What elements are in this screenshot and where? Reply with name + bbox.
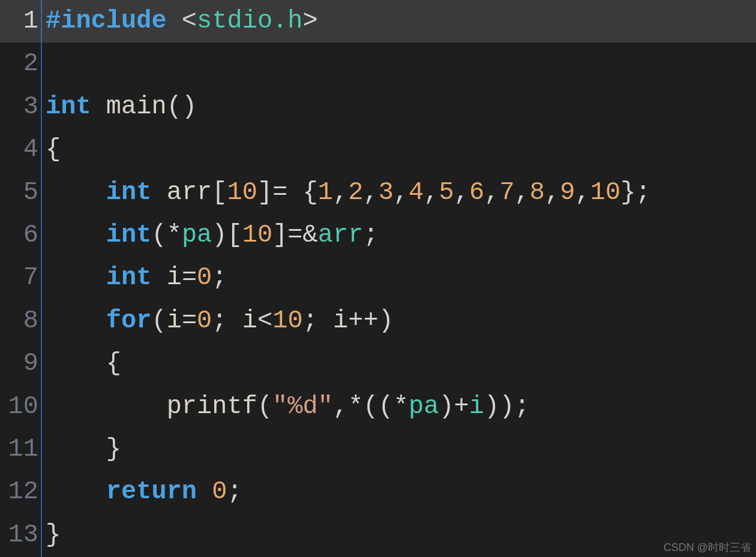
token-num: 8 xyxy=(530,178,545,207)
token-num: 10 xyxy=(272,306,302,335)
token-num: 2 xyxy=(348,178,363,207)
token-punc: { xyxy=(46,349,121,378)
code-line[interactable]: 2 xyxy=(0,43,756,85)
token-punc xyxy=(46,306,106,335)
line-number: 3 xyxy=(0,86,38,128)
token-id: i xyxy=(242,306,257,335)
code-content[interactable]: #include <stdio.h> xyxy=(38,0,318,43)
token-punc: } xyxy=(46,520,61,549)
code-content[interactable]: int(*pa)[10]=&arr; xyxy=(38,214,379,257)
code-content[interactable]: return 0; xyxy=(38,471,242,513)
token-num: 0 xyxy=(197,306,212,335)
token-punc: )+ xyxy=(439,392,469,421)
code-line[interactable]: 11 } xyxy=(0,428,756,471)
code-line[interactable]: 9 { xyxy=(0,342,756,385)
token-punc: (* xyxy=(151,221,181,249)
code-line[interactable]: 7 int i=0; xyxy=(0,257,756,299)
token-id: i xyxy=(333,306,348,335)
token-id: i xyxy=(167,263,182,292)
token-punc: ]= { xyxy=(257,178,318,207)
token-punc: ; xyxy=(227,477,242,506)
code-editor[interactable]: 1#include <stdio.h>23int main()4{5 int a… xyxy=(0,0,756,557)
token-punc xyxy=(46,178,106,207)
line-number: 13 xyxy=(0,514,38,556)
token-punc: < xyxy=(182,7,197,35)
code-lines: 1#include <stdio.h>23int main()4{5 int a… xyxy=(0,0,756,556)
token-punc: < xyxy=(257,306,272,335)
watermark-text: CSDN @时时三省 xyxy=(664,540,751,555)
code-line[interactable]: 6 int(*pa)[10]=&arr; xyxy=(0,214,756,257)
token-punc: , xyxy=(363,178,378,207)
code-content[interactable]: printf("%d",*((*pa)+i)); xyxy=(38,386,530,428)
token-punc xyxy=(46,221,106,249)
line-number: 12 xyxy=(0,471,38,513)
token-punc: > xyxy=(303,7,318,35)
line-number: 7 xyxy=(0,257,38,299)
token-punc: , xyxy=(484,178,499,207)
line-number: 11 xyxy=(0,428,38,471)
token-id: arr xyxy=(167,178,212,207)
token-punc xyxy=(46,263,106,292)
line-number: 9 xyxy=(0,342,38,385)
code-line[interactable]: 13} xyxy=(0,514,756,556)
token-punc: ]=& xyxy=(272,221,318,249)
token-punc: , xyxy=(454,178,469,207)
token-punc: [ xyxy=(212,178,227,207)
token-punc: ( xyxy=(151,306,166,335)
token-kw: return xyxy=(106,477,197,506)
code-line[interactable]: 3int main() xyxy=(0,86,756,128)
token-punc: ; xyxy=(212,263,227,292)
code-line[interactable]: 5 int arr[10]= {1,2,3,4,5,6,7,8,9,10}; xyxy=(0,171,756,214)
token-punc: }; xyxy=(620,178,650,207)
token-id: i xyxy=(167,306,182,335)
token-punc: , xyxy=(424,178,439,207)
token-var: pa xyxy=(409,392,439,421)
token-punc: () xyxy=(167,92,197,121)
token-str: "%d" xyxy=(272,392,333,421)
line-number: 1 xyxy=(0,0,38,43)
code-content[interactable]: int main() xyxy=(38,86,197,128)
token-punc: ,*((* xyxy=(333,392,409,421)
token-num: 0 xyxy=(212,477,227,506)
token-punc: = xyxy=(182,306,197,335)
token-punc xyxy=(151,263,166,292)
token-punc: = xyxy=(182,263,197,292)
gutter-divider xyxy=(41,0,42,557)
token-num: 10 xyxy=(227,178,257,207)
token-num: 1 xyxy=(318,178,333,207)
code-content[interactable]: int i=0; xyxy=(38,257,227,299)
token-punc: , xyxy=(333,178,348,207)
token-hdr: stdio.h xyxy=(197,7,302,35)
token-punc: ++) xyxy=(348,306,394,335)
line-number: 2 xyxy=(0,43,38,85)
token-num: 10 xyxy=(590,178,620,207)
line-number: 10 xyxy=(0,386,38,428)
code-line[interactable]: 4{ xyxy=(0,128,756,171)
code-content[interactable]: int arr[10]= {1,2,3,4,5,6,7,8,9,10}; xyxy=(38,171,651,214)
token-punc: , xyxy=(575,178,590,207)
code-line[interactable]: 1#include <stdio.h> xyxy=(0,0,756,43)
token-punc xyxy=(197,477,212,506)
token-pre: #include xyxy=(46,7,182,35)
token-punc: )); xyxy=(484,392,530,421)
token-punc: ( xyxy=(257,392,272,421)
code-content[interactable]: for(i=0; i<10; i++) xyxy=(38,300,394,342)
line-number: 5 xyxy=(0,171,38,214)
token-num: 6 xyxy=(469,178,484,207)
token-num: 4 xyxy=(409,178,424,207)
token-punc: , xyxy=(394,178,409,207)
code-content[interactable]: { xyxy=(38,342,121,385)
token-var: arr xyxy=(318,221,364,249)
line-number: 4 xyxy=(0,128,38,171)
token-fn: printf xyxy=(167,392,257,421)
token-kw: int xyxy=(106,178,152,207)
code-content[interactable]: } xyxy=(38,428,121,471)
token-kw: int xyxy=(106,263,152,292)
token-kw: for xyxy=(106,306,152,335)
code-line[interactable]: 10 printf("%d",*((*pa)+i)); xyxy=(0,386,756,428)
token-kw: int xyxy=(106,221,152,249)
token-var: i xyxy=(469,392,484,421)
code-line[interactable]: 12 return 0; xyxy=(0,471,756,513)
token-num: 7 xyxy=(499,178,514,207)
code-line[interactable]: 8 for(i=0; i<10; i++) xyxy=(0,300,756,342)
